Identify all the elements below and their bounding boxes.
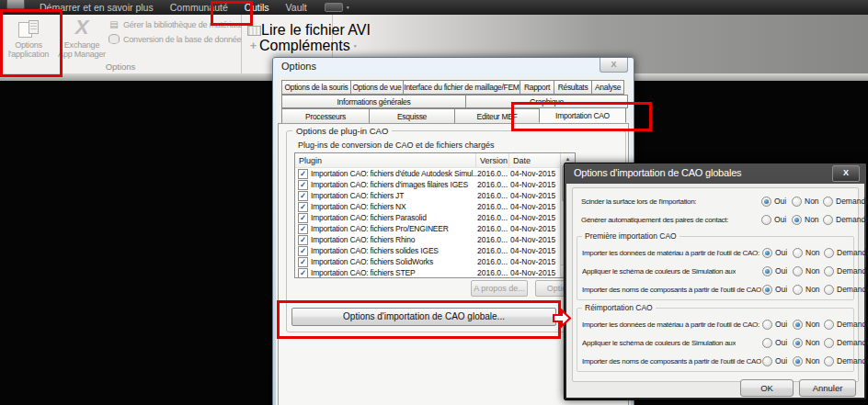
radio-circle[interactable]: [824, 248, 834, 258]
plugin-checkbox[interactable]: ✓: [298, 224, 308, 234]
tab-analyse[interactable]: Analyse: [591, 80, 624, 95]
radio-circle[interactable]: [824, 266, 834, 276]
radio-circle[interactable]: [792, 197, 802, 207]
radio-circle[interactable]: [824, 338, 834, 348]
plugin-checkbox[interactable]: ✓: [298, 257, 308, 267]
radio-circle[interactable]: [793, 285, 803, 295]
plugin-checkbox[interactable]: ✓: [298, 268, 308, 278]
menu-item-d-marrer-et-en-savoir-plus[interactable]: Démarrer et en savoir plus: [31, 2, 162, 13]
cancel-button[interactable]: Annuler: [799, 379, 856, 397]
radio-circle[interactable]: [793, 248, 803, 258]
radio-circle[interactable]: [793, 266, 803, 276]
column-header-version[interactable]: Version: [476, 153, 509, 167]
ok-button[interactable]: OK: [740, 379, 794, 397]
global-cad-import-options-button[interactable]: Options d'importation de CAO globale...: [291, 308, 556, 326]
radio-option-oui[interactable]: Oui: [762, 356, 793, 366]
radio-option-demander[interactable]: Demander: [824, 248, 868, 258]
radio-option-non[interactable]: Non: [793, 338, 824, 348]
radio-option-non[interactable]: Non: [793, 266, 824, 276]
radio-option-oui[interactable]: Oui: [762, 338, 793, 348]
tab-interface-du-fichier-de-maillage-fem[interactable]: Interface du fichier de maillage/FEM: [403, 80, 520, 95]
plugin-row[interactable]: ✓Importation CAO: fichiers Pro/ENGINEER2…: [295, 223, 575, 234]
radio-circle[interactable]: [823, 215, 833, 225]
radio-option-oui[interactable]: Oui: [762, 266, 793, 276]
plugin-row[interactable]: ✓Importation CAO: fichiers STEP2016.0...…: [295, 267, 575, 278]
radio-option-oui[interactable]: Oui: [761, 215, 792, 225]
database-conversion-button[interactable]: Conversion de la base de données: [108, 34, 246, 44]
radio-circle[interactable]: [762, 338, 772, 348]
radio-option-demander[interactable]: Demander: [824, 320, 868, 330]
radio-option-non[interactable]: Non: [792, 215, 823, 225]
radio-option-non[interactable]: Non: [793, 285, 824, 295]
radio-circle[interactable]: [824, 285, 834, 295]
tab-informations-g-n-rales[interactable]: Informations générales: [281, 95, 466, 108]
plugin-checkbox[interactable]: ✓: [298, 213, 308, 223]
radio-option-demander[interactable]: Demander: [824, 266, 868, 276]
radio-circle[interactable]: [793, 356, 803, 366]
tab-esquisse[interactable]: Esquisse: [369, 108, 455, 124]
radio-circle[interactable]: [823, 197, 833, 207]
radio-circle[interactable]: [762, 320, 772, 330]
plugin-row[interactable]: ✓Importation CAO: fichiers d'images fila…: [295, 179, 575, 190]
tab-r-sultats[interactable]: Résultats: [554, 80, 592, 95]
radio-circle[interactable]: [793, 338, 803, 348]
radio-option-non[interactable]: Non: [793, 320, 824, 330]
plugin-checkbox[interactable]: ✓: [298, 202, 308, 212]
addons-button[interactable]: + Compléments ▼: [247, 38, 358, 54]
plugin-checkbox[interactable]: ✓: [298, 235, 308, 245]
plugin-checkbox[interactable]: ✓: [298, 180, 308, 190]
plugin-row[interactable]: ✓Importation CAO: fichiers solides IGES2…: [295, 245, 575, 256]
tab-rapport[interactable]: Rapport: [520, 80, 554, 95]
radio-circle[interactable]: [824, 320, 834, 330]
menu-item-outils[interactable]: Outils: [236, 2, 278, 13]
radio-option-oui[interactable]: Oui: [762, 285, 793, 295]
menu-item-vault[interactable]: Vault: [278, 2, 315, 13]
plugin-checkbox[interactable]: ✓: [298, 169, 308, 179]
radio-option-demander[interactable]: Demander: [824, 338, 868, 348]
radio-option-oui[interactable]: Oui: [762, 248, 793, 258]
radio-option-non[interactable]: Non: [793, 356, 824, 366]
radio-option-non[interactable]: Non: [793, 248, 824, 258]
plugin-row[interactable]: ✓Importation CAO: fichiers Parasolid2016…: [295, 212, 575, 223]
plugin-row[interactable]: ✓Importation CAO: fichiers d'étude Autod…: [295, 168, 575, 179]
radio-circle[interactable]: [761, 215, 771, 225]
radio-option-demander[interactable]: Demander: [823, 197, 868, 207]
tab-importation-cao[interactable]: Importation CAO: [539, 107, 626, 123]
menu-toolbar-button[interactable]: ▼: [325, 3, 350, 12]
about-button[interactable]: A propos de...: [471, 280, 528, 297]
tab-graphique[interactable]: Graphique: [465, 95, 628, 108]
plugin-checkbox[interactable]: ✓: [298, 191, 308, 201]
radio-circle[interactable]: [762, 266, 772, 276]
column-header-date[interactable]: Date: [509, 153, 561, 167]
close-icon[interactable]: X: [832, 165, 860, 182]
radio-option-demander[interactable]: Demander: [823, 215, 868, 225]
tab-options-de-vue[interactable]: Options de vue: [350, 80, 404, 95]
close-icon[interactable]: X: [600, 58, 628, 73]
radio-option-non[interactable]: Non: [792, 197, 823, 207]
plugin-row[interactable]: ✓Importation CAO: fichiers SolidWorks201…: [295, 256, 575, 267]
radio-circle[interactable]: [824, 356, 834, 366]
plugin-row[interactable]: ✓Importation CAO: fichiers Rhino2016.0..…: [295, 234, 575, 245]
manage-material-library-button[interactable]: ▤ Gérer la bibliothèque de matériaux: [108, 19, 244, 29]
radio-circle[interactable]: [762, 248, 772, 258]
tab-editeur-mef[interactable]: Editeur MEF: [454, 108, 540, 124]
radio-circle[interactable]: [762, 285, 772, 295]
radio-option-demander[interactable]: Demander: [824, 285, 868, 295]
radio-option-oui[interactable]: Oui: [761, 197, 792, 207]
radio-circle[interactable]: [762, 356, 772, 366]
tab-options-de-la-souris[interactable]: Options de la souris: [281, 80, 351, 95]
radio-circle[interactable]: [761, 197, 771, 207]
play-avi-button[interactable]: Lire le fichier AVI: [247, 22, 371, 39]
tab-processeurs[interactable]: Processeurs: [281, 108, 370, 124]
plugin-row[interactable]: ✓Importation CAO: fichiers JT2016.0...04…: [295, 190, 575, 201]
plugin-checkbox[interactable]: ✓: [298, 246, 308, 256]
radio-option-demander[interactable]: Demander: [824, 356, 868, 366]
radio-circle[interactable]: [793, 320, 803, 330]
plugin-row[interactable]: ✓Importation CAO: fichiers NX2016.0...04…: [295, 201, 575, 212]
radio-circle[interactable]: [792, 215, 802, 225]
column-header-plugin[interactable]: Plugin: [295, 153, 476, 167]
app-window-icon[interactable]: [6, 0, 25, 9]
menu-item-communaut[interactable]: Communauté: [162, 2, 236, 13]
radio-label: Demander: [837, 266, 868, 276]
radio-option-oui[interactable]: Oui: [762, 320, 793, 330]
